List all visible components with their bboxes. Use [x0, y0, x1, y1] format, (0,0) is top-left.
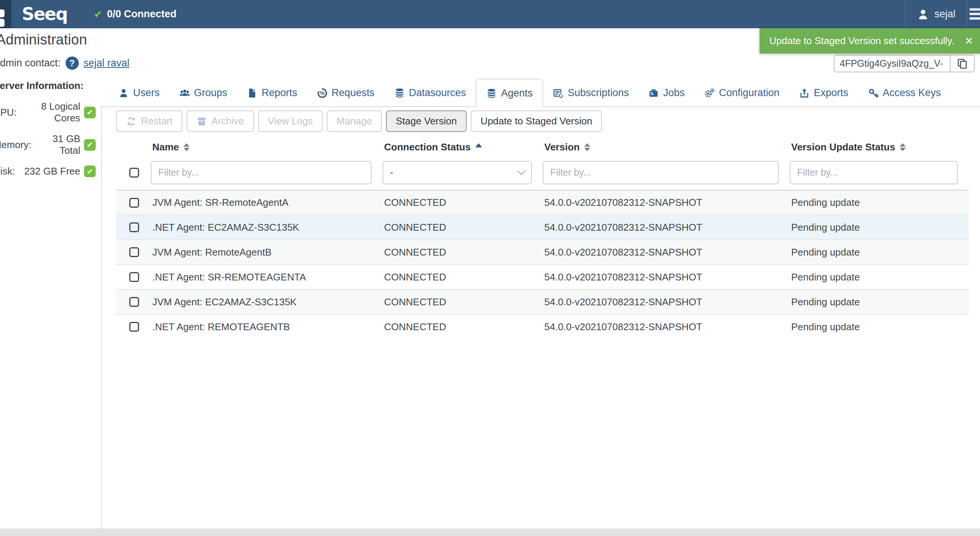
sort-icon — [184, 143, 189, 151]
row-checkbox[interactable] — [129, 322, 139, 332]
server-info-row-memory: Memory:31 GB Total✔ — [0, 133, 96, 156]
copy-icon — [956, 58, 968, 70]
version-cell: 54.0.0-v202107082312-SNAPSHOT — [543, 315, 790, 339]
version-cell: 54.0.0-v202107082312-SNAPSHOT — [543, 191, 790, 215]
status-ok-check-icon: ✔ — [84, 165, 96, 177]
row-checkbox[interactable] — [129, 198, 139, 208]
server-info-label: Memory: — [0, 139, 31, 151]
tab-label: Requests — [332, 87, 375, 99]
tab-configuration[interactable]: Configuration — [694, 79, 789, 107]
tab-label: Reports — [262, 87, 298, 99]
version-update-status-cell: Pending update — [790, 240, 969, 264]
server-info-row-cpu: CPU:8 Logical Cores✔ — [0, 101, 96, 124]
column-header-version[interactable]: Version — [543, 139, 790, 155]
user-icon — [917, 8, 929, 21]
sort-icon — [900, 143, 906, 151]
tab-groups[interactable]: Groups — [170, 79, 237, 107]
table-row[interactable]: .NET Agent: REMOTEAGENTBCONNECTED54.0.0-… — [116, 314, 969, 339]
tab-access-keys[interactable]: Access Keys — [858, 79, 951, 107]
copy-button[interactable] — [950, 56, 974, 72]
tab-label: Configuration — [719, 87, 780, 99]
column-header-label: Version — [544, 142, 580, 153]
archive-button: Archive — [186, 110, 254, 132]
table-row[interactable]: .NET Agent: SR-REMOTEAGENTACONNECTED54.0… — [116, 264, 969, 289]
exports-icon — [799, 88, 810, 99]
admin-tabs: UsersGroupsReports%RequestsDatasourcesAg… — [108, 79, 951, 107]
connection-status-cell: CONNECTED — [383, 315, 543, 339]
column-header-name[interactable]: Name — [151, 139, 383, 155]
agents-toolbar: RestartArchiveView LogsManageStage Versi… — [116, 110, 602, 132]
horizontal-scrollbar[interactable] — [0, 528, 980, 536]
access-key-group — [834, 55, 975, 72]
column-header-version-update-status[interactable]: Version Update Status — [790, 139, 969, 155]
table-header-row: NameConnection StatusVersionVersion Upda… — [116, 139, 969, 155]
version-cell: 54.0.0-v202107082312-SNAPSHOT — [543, 215, 790, 239]
version-cell: 54.0.0-v202107082312-SNAPSHOT — [543, 265, 790, 289]
app-switcher-icon[interactable] — [0, 0, 11, 28]
tab-label: Users — [133, 87, 160, 99]
check-icon: ✔ — [94, 8, 102, 21]
agents-icon — [486, 88, 497, 99]
admin-contact-link[interactable]: sejal raval — [84, 57, 130, 69]
table-row[interactable]: JVM Agent: EC2AMAZ-S3C135KCONNECTED54.0.… — [116, 289, 969, 314]
row-checkbox[interactable] — [129, 247, 139, 257]
column-header-label: Connection Status — [384, 142, 471, 153]
table-row[interactable]: JVM Agent: RemoteAgentBCONNECTED54.0.0-v… — [116, 239, 969, 264]
connection-status-cell: CONNECTED — [383, 191, 543, 215]
button-label: Restart — [141, 115, 173, 127]
version-update-status-filter-input[interactable] — [790, 161, 958, 184]
tab-exports[interactable]: Exports — [789, 79, 858, 107]
connection-status-cell: CONNECTED — [383, 265, 543, 289]
button-label: View Logs — [268, 115, 313, 127]
name-filter-input[interactable] — [151, 161, 372, 184]
connection-status-cell: CONNECTED — [383, 215, 543, 239]
tab-jobs[interactable]: Jobs — [638, 79, 694, 107]
version-update-status-cell: Pending update — [790, 315, 969, 339]
tab-label: Datasources — [409, 87, 466, 99]
server-info-label: Disk: — [0, 165, 15, 177]
tab-users[interactable]: Users — [108, 79, 170, 107]
select-all-checkbox[interactable] — [129, 168, 139, 178]
table-row[interactable]: .NET Agent: EC2AMAZ-S3C135KCONNECTED54.0… — [116, 215, 969, 239]
user-menu[interactable]: sejal — [906, 8, 966, 21]
table-row[interactable]: JVM Agent: SR-RemoteAgentACONNECTED54.0.… — [116, 189, 969, 215]
row-checkbox[interactable] — [129, 272, 139, 282]
tab-datasources[interactable]: Datasources — [385, 79, 476, 107]
server-info-value: 31 GB Total — [31, 133, 80, 156]
question-circle-icon[interactable]: ? — [65, 57, 79, 70]
sort-icon — [584, 143, 590, 151]
success-toast: Update to Staged Version set successfull… — [759, 28, 980, 54]
agent-name-cell: .NET Agent: REMOTEAGENTB — [151, 315, 383, 339]
button-label: Stage Version — [396, 115, 457, 127]
row-checkbox[interactable] — [129, 223, 139, 232]
stage-version-button[interactable]: Stage Version — [386, 110, 467, 132]
manage-button: Manage — [327, 110, 382, 132]
connection-status-filter-select[interactable]: - — [383, 161, 532, 184]
tab-agents[interactable]: Agents — [476, 79, 543, 107]
connection-status-cell: CONNECTED — [383, 290, 543, 314]
datasource-connection-summary[interactable]: ✔ 0/0 Connected — [94, 0, 177, 28]
tab-label: Jobs — [663, 87, 684, 99]
tab-subscriptions[interactable]: Subscriptions — [543, 79, 638, 107]
tab-requests[interactable]: %Requests — [307, 79, 385, 107]
status-ok-check-icon: ✔ — [84, 139, 96, 151]
column-header-connection-status[interactable]: Connection Status — [383, 139, 543, 155]
row-checkbox[interactable] — [129, 297, 139, 307]
tab-reports[interactable]: Reports — [237, 79, 307, 107]
sort-ascending-icon — [475, 143, 482, 147]
tab-label: Exports — [814, 87, 848, 99]
hamburger-menu-icon[interactable] — [967, 0, 980, 28]
version-cell: 54.0.0-v202107082312-SNAPSHOT — [543, 290, 790, 314]
agents-table: NameConnection StatusVersionVersion Upda… — [116, 139, 969, 339]
version-update-status-cell: Pending update — [790, 215, 969, 239]
svg-text:%: % — [320, 90, 325, 96]
column-header-label: Name — [152, 142, 179, 153]
update-to-staged-version-button[interactable]: Update to Staged Version — [471, 110, 602, 132]
jobs-icon — [648, 88, 659, 99]
toast-close-icon[interactable]: ✕ — [956, 35, 980, 47]
agent-name-cell: .NET Agent: EC2AMAZ-S3C135K — [151, 215, 383, 239]
tab-label: Agents — [501, 87, 533, 99]
version-filter-input[interactable] — [543, 161, 779, 184]
seeq-logo[interactable]: Seeq — [22, 4, 67, 24]
access-key-input[interactable] — [835, 56, 950, 72]
